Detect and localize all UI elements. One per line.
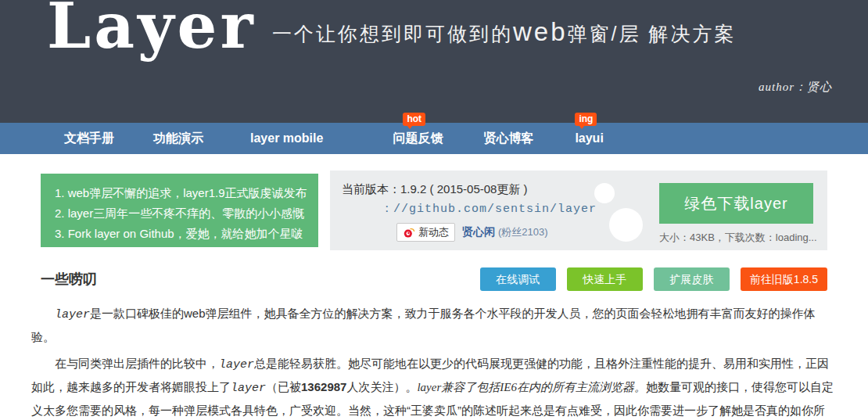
nav-list: 文档手册 功能演示 layer mobile 问题反馈 hot 贤心博客 lay… [0,123,868,154]
nav-item-demo[interactable]: 功能演示 [153,123,203,154]
section-title: 一些唠叨 [41,270,97,289]
intro-text: layer是一款口碑极佳的web弹层组件，她具备全方位的解决方案，致力于服务各个… [31,303,837,420]
notice-link-1[interactable]: 1. web弹层不懈的追求，layer1.9正式版虔诚发布 [55,183,318,203]
action-row: 一些唠叨 在线调试 快速上手 扩展皮肤 前往旧版1.8.5 [41,267,827,291]
layer-homepage: Layer 一个让你想到即可做到的web弹窗/层 解决方案 author：贤心 … [0,0,868,420]
decor-circle-big [609,208,643,242]
weibo-icon [403,227,415,238]
site-logo[interactable]: Layer [47,0,256,63]
top-row: 1. web弹层不懈的追求，layer1.9正式版虔诚发布 2. layer三周… [41,171,827,250]
nav-item-feedback[interactable]: 问题反馈 hot [393,123,443,154]
paragraph-2: 在与同类弹出层插件的比较中，layer总是能轻易获胜。她尽可能地在以更少的代码展… [31,353,837,420]
old-version-button[interactable]: 前往旧版1.8.5 [741,267,827,291]
skin-extend-button[interactable]: 扩展皮肤 [654,267,730,291]
site-header: Layer 一个让你想到即可做到的web弹窗/层 解决方案 author：贤心 [0,0,868,123]
paragraph-1: layer是一款口碑极佳的web弹层组件，她具备全方位的解决方案，致力于服务各个… [31,303,837,348]
site-tagline: 一个让你想到即可做到的web弹窗/层 解决方案 [272,17,736,47]
nav-item-docs[interactable]: 文档手册 [64,123,114,154]
main-nav: 文档手册 功能演示 layer mobile 问题反馈 hot 贤心博客 lay… [0,123,868,154]
decor-circle-small [594,183,615,203]
download-meta: 大小：43KB，下载次数：loading... [659,231,813,245]
notice-link-3[interactable]: 3. Fork layer on Github，爱她，就给她加个星啵 [55,224,318,244]
weibo-follow-button[interactable]: 新动态 [396,223,455,242]
online-debug-button[interactable]: 在线调试 [480,267,556,291]
ing-badge: ing [575,113,597,126]
download-button[interactable]: 绿色下载layer [659,183,813,224]
nav-item-layui[interactable]: layui ing [575,123,603,154]
weibo-user-link[interactable]: 贤心闲 [462,225,495,239]
hot-badge: hot [403,113,425,126]
version-panel: 当前版本：1.9.2 ( 2015-05-08更新 ) ：//github.co… [330,171,827,250]
notice-link-2[interactable]: 2. layer三周年一些不疼不痒的、零散的小小感慨 [55,203,318,224]
nav-item-blog[interactable]: 贤心博客 [483,123,533,154]
notice-board: 1. web弹层不懈的追求，layer1.9正式版虔诚发布 2. layer三周… [41,174,318,247]
main-content: 1. web弹层不懈的追求，layer1.9正式版虔诚发布 2. layer三周… [0,171,868,420]
author-credit: author：贤心 [759,80,832,95]
action-buttons: 在线调试 快速上手 扩展皮肤 前往旧版1.8.5 [480,267,827,291]
nav-item-layer-mobile[interactable]: layer mobile [250,123,323,154]
weibo-fans-count: (粉丝2103) [498,225,548,239]
weibo-button-label: 新动态 [418,225,449,239]
download-area: 绿色下载layer 大小：43KB，下载次数：loading... [659,183,813,245]
quick-start-button[interactable]: 快速上手 [567,267,643,291]
